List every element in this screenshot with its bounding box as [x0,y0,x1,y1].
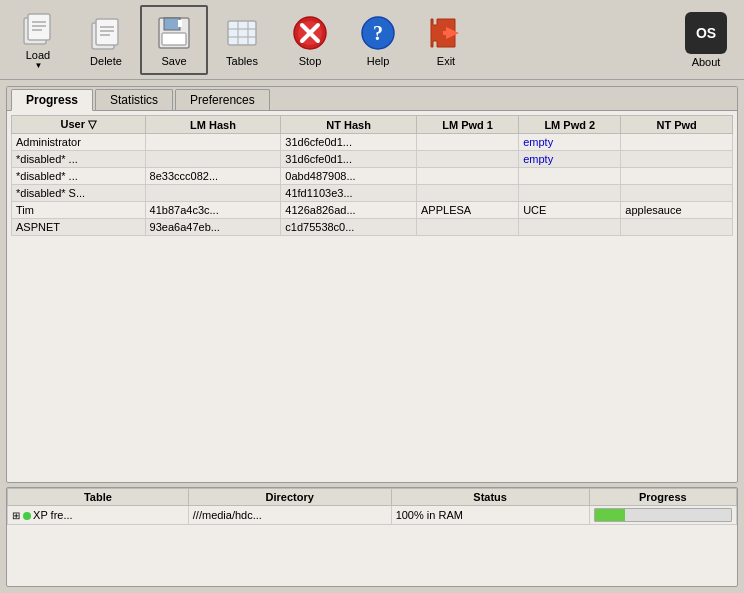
exit-label: Exit [437,55,455,67]
delete-label: Delete [90,55,122,67]
exit-button[interactable]: Exit [412,5,480,75]
load-label: Load [26,49,50,61]
tab-container: Progress Statistics Preferences User ▽ L… [6,86,738,483]
col-progress: Progress [589,489,736,506]
hash-table-wrapper: User ▽ LM Hash NT Hash LM Pwd 1 LM Pwd 2… [7,111,737,482]
col-nt-hash: NT Hash [281,116,417,134]
status-dot [23,512,31,520]
filter-icon[interactable]: ▽ [88,118,96,130]
about-label: About [692,56,721,68]
toolbar: Load ▼ Delete Save [0,0,744,80]
stop-icon [290,13,330,53]
tables-button[interactable]: Tables [208,5,276,75]
help-button[interactable]: ? Help [344,5,412,75]
table-row[interactable]: ⊞ XP fre...///media/hdc...100% in RAM [8,506,737,525]
about-initials: OS [696,25,716,41]
table-row[interactable]: *disabled* ...31d6cfe0d1...empty [12,151,733,168]
svg-rect-1 [28,14,50,40]
table-row[interactable]: *disabled* ...8e33ccc082...0abd487908... [12,168,733,185]
delete-button[interactable]: Delete [72,5,140,75]
col-lm-pwd1: LM Pwd 1 [417,116,519,134]
delete-icon [86,13,126,53]
table-row[interactable]: Administrator31d6cfe0d1...empty [12,134,733,151]
table-row[interactable]: Tim41b87a4c3c...4126a826ad...APPLESAUCEa… [12,202,733,219]
main-content: Progress Statistics Preferences User ▽ L… [0,80,744,593]
svg-rect-6 [96,19,118,45]
bottom-table: Table Directory Status Progress ⊞ XP fre… [7,488,737,525]
svg-rect-12 [162,33,186,45]
save-icon [154,13,194,53]
col-user: User ▽ [12,116,146,134]
svg-rect-14 [228,21,256,45]
table-row[interactable]: *disabled* S...41fd1103e3... [12,185,733,202]
col-lm-hash: LM Hash [145,116,281,134]
exit-icon [426,13,466,53]
load-button[interactable]: Load ▼ [4,5,72,75]
about-button[interactable]: OS About [672,5,740,75]
help-label: Help [367,55,390,67]
col-status: Status [391,489,589,506]
table-row[interactable]: ASPNET93ea6a47eb...c1d75538c0... [12,219,733,236]
hash-table-body: Administrator31d6cfe0d1...empty*disabled… [12,134,733,236]
save-button[interactable]: Save [140,5,208,75]
tab-preferences[interactable]: Preferences [175,89,270,110]
svg-rect-11 [164,18,180,30]
stop-button[interactable]: Stop [276,5,344,75]
load-dropdown-arrow: ▼ [35,61,43,70]
col-directory: Directory [188,489,391,506]
col-nt-pwd: NT Pwd [621,116,733,134]
expand-icon[interactable]: ⊞ [12,510,20,521]
progress-bar-container [594,508,732,522]
stop-label: Stop [299,55,322,67]
col-table: Table [8,489,189,506]
tables-label: Tables [226,55,258,67]
bottom-table-body: ⊞ XP fre...///media/hdc...100% in RAM [8,506,737,525]
col-lm-pwd2: LM Pwd 2 [519,116,621,134]
tables-icon [222,13,262,53]
svg-rect-27 [443,31,453,35]
tabs-bar: Progress Statistics Preferences [7,87,737,111]
progress-bar-fill [595,509,625,521]
tab-progress[interactable]: Progress [11,89,93,111]
svg-rect-13 [178,20,182,27]
about-icon: OS [685,12,727,54]
hash-table: User ▽ LM Hash NT Hash LM Pwd 1 LM Pwd 2… [11,115,733,236]
svg-text:?: ? [373,22,383,44]
bottom-table-container: Table Directory Status Progress ⊞ XP fre… [6,487,738,587]
save-label: Save [161,55,186,67]
load-icon [18,10,58,47]
tab-statistics[interactable]: Statistics [95,89,173,110]
help-icon: ? [358,13,398,53]
